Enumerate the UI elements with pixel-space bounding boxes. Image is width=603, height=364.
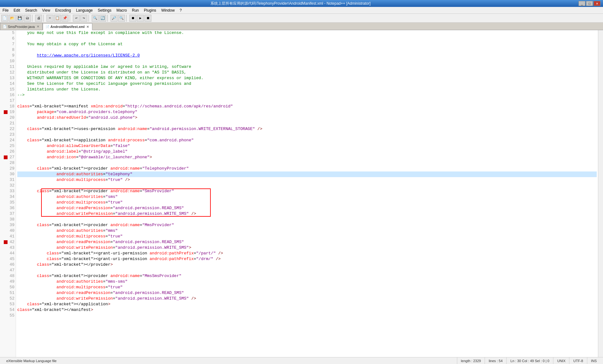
line-numbers: 5678910111213141516171819202122232425262… — [0, 30, 16, 357]
tab-androidmanifest-label: AndroidManifest.xml — [51, 25, 85, 29]
code-line-41: android:multiprocess="true" — [17, 234, 597, 239]
breakpoint-19 — [4, 110, 8, 114]
tab-smsprovider[interactable]: 📄 SmsProvider.java ✕ — [0, 23, 43, 30]
code-line-9: http://www.apache.org/licenses/LICENSE-2… — [17, 53, 597, 58]
toolbar-redo[interactable]: ↪ — [80, 15, 87, 22]
menu-run[interactable]: Run — [129, 7, 141, 14]
line-number-28: 28 — [0, 160, 16, 166]
code-line-29: class="xml-bracket"><provider android:na… — [17, 166, 597, 171]
scrollbar-vertical[interactable] — [598, 30, 603, 357]
maximize-button[interactable]: □ — [586, 1, 593, 6]
line-number-12: 12 — [0, 70, 16, 75]
code-line-55 — [17, 313, 597, 318]
code-line-49: android:authorities="mms-sms" — [17, 279, 597, 285]
code-line-43: android:writePermission="android.permiss… — [17, 245, 597, 251]
line-number-23: 23 — [0, 132, 16, 138]
toolbar: 📄 📂 💾 🗂 🖨 ✂ 📋 📌 ↩ ↪ 🔍 🔄 🔎 🔍 ⏺ ▶ ⏹ — [0, 14, 603, 23]
line-number-25: 25 — [0, 143, 16, 149]
menu-plugins[interactable]: Plugins — [141, 7, 159, 14]
tab-smsprovider-close[interactable]: ✕ — [36, 25, 40, 28]
toolbar-save-all[interactable]: 🗂 — [24, 15, 31, 22]
line-number-10: 10 — [0, 58, 16, 64]
line-number-22: 22 — [0, 126, 16, 132]
menu-edit[interactable]: Edit — [11, 7, 23, 14]
code-line-47 — [17, 268, 597, 273]
line-number-32: 32 — [0, 183, 16, 188]
code-line-51: android:readPermission="android.permissi… — [17, 290, 597, 296]
code-line-32 — [17, 183, 597, 188]
toolbar-cut[interactable]: ✂ — [46, 15, 53, 22]
toolbar-print[interactable]: 🖨 — [35, 15, 42, 22]
separator2 — [43, 15, 45, 22]
close-button[interactable]: ✕ — [594, 1, 600, 6]
tab-androidmanifest-close[interactable]: ✕ — [86, 25, 90, 29]
line-number-24: 24 — [0, 138, 16, 143]
line-number-21: 21 — [0, 121, 16, 126]
code-scroll-area[interactable]: you may not use this file except in comp… — [16, 30, 598, 357]
separator6 — [126, 15, 128, 22]
code-line-52: android:writePermission="android.permiss… — [17, 296, 597, 302]
status-length: length : 2329 — [457, 357, 485, 364]
menu-settings[interactable]: Settings — [95, 7, 114, 14]
toolbar-save[interactable]: 💾 — [16, 15, 23, 22]
tab-smsprovider-icon: 📄 — [3, 25, 7, 28]
toolbar-copy[interactable]: 📋 — [54, 15, 61, 22]
line-number-52: 52 — [0, 296, 16, 302]
line-number-35: 35 — [0, 200, 16, 205]
code-line-18: class="xml-bracket"><manifest xmlns:andr… — [17, 104, 597, 109]
toolbar-replace[interactable]: 🔄 — [99, 15, 106, 22]
menu-encoding[interactable]: Encoding — [53, 7, 73, 14]
code-line-50: android:multiprocess="true" — [17, 285, 597, 290]
toolbar-open[interactable]: 📂 — [9, 15, 16, 22]
toolbar-stop[interactable]: ⏹ — [144, 15, 151, 22]
code-line-26: android:label="@string/app_label" — [17, 149, 597, 155]
line-number-31: 31 — [0, 177, 16, 183]
line-number-15: 15 — [0, 87, 16, 92]
menu-help[interactable]: ? — [177, 7, 184, 14]
code-editor[interactable]: you may not use this file except in comp… — [16, 30, 598, 318]
status-lines: lines : 54 — [485, 357, 507, 364]
line-number-30: 30 — [0, 171, 16, 177]
tab-androidmanifest[interactable]: 📄 AndroidManifest.xml ✕ — [43, 23, 93, 30]
toolbar-new[interactable]: 📄 — [1, 15, 8, 22]
menu-file[interactable]: File — [0, 7, 11, 14]
line-number-41: 41 — [0, 234, 16, 239]
toolbar-record[interactable]: ⏺ — [129, 15, 136, 22]
code-line-21 — [17, 121, 597, 126]
toolbar-paste[interactable]: 📌 — [62, 15, 68, 22]
toolbar-zoom-in[interactable]: 🔎 — [111, 15, 117, 22]
separator3 — [70, 15, 72, 22]
toolbar-play[interactable]: ▶ — [137, 15, 144, 22]
menu-macro[interactable]: Macro — [114, 7, 129, 14]
title-bar: 系统上层所有应用的源代码\TelephonyProvider\AndroidMa… — [0, 0, 603, 7]
line-number-20: 20 — [0, 115, 16, 121]
menu-window[interactable]: Window — [159, 7, 177, 14]
code-line-16: --> — [17, 92, 597, 98]
menu-language[interactable]: Language — [73, 7, 95, 14]
status-position: Ln : 30 Col : 49 Sel : 0 | 0 — [507, 357, 553, 364]
status-line-ending: UNIX — [553, 357, 569, 364]
code-line-17 — [17, 98, 597, 104]
minimize-button[interactable]: _ — [579, 1, 585, 6]
code-line-38 — [17, 217, 597, 222]
line-number-36: 36 — [0, 205, 16, 211]
line-number-8: 8 — [0, 47, 16, 53]
code-line-45: class="xml-bracket"><grant-uri-permissio… — [17, 256, 597, 262]
line-number-47: 47 — [0, 268, 16, 273]
line-number-17: 17 — [0, 98, 16, 104]
toolbar-undo[interactable]: ↩ — [73, 15, 80, 22]
code-line-8 — [17, 47, 597, 53]
code-line-15: limitations under the License. — [17, 87, 597, 92]
status-encoding: UTF-8 — [569, 357, 587, 364]
line-number-55: 55 — [0, 313, 16, 318]
menu-search[interactable]: Search — [23, 7, 40, 14]
line-number-54: 54 — [0, 307, 16, 313]
menu-view[interactable]: View — [40, 7, 53, 14]
toolbar-find[interactable]: 🔍 — [92, 15, 99, 22]
editor-container: 5678910111213141516171819202122232425262… — [0, 30, 603, 357]
line-number-44: 44 — [0, 251, 16, 256]
line-number-50: 50 — [0, 285, 16, 290]
toolbar-zoom-out[interactable]: 🔍 — [118, 15, 125, 22]
line-number-42: 42 — [0, 239, 16, 245]
code-line-42: android:readPermission="android.permissi… — [17, 239, 597, 245]
